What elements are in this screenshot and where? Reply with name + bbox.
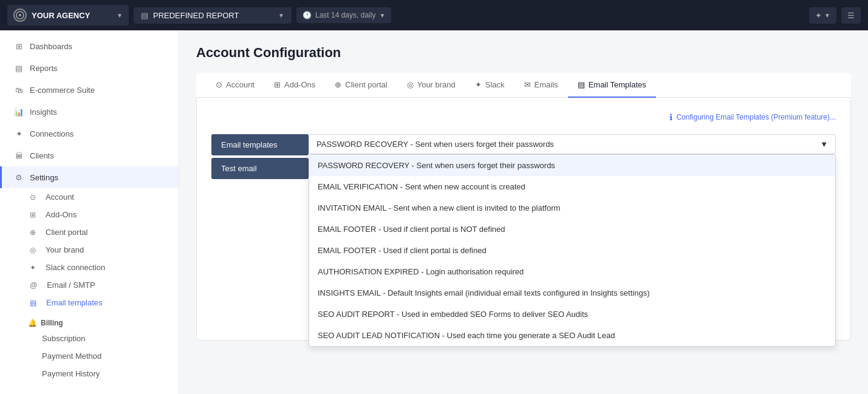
email-templates-button[interactable]: Email templates: [211, 134, 309, 155]
date-chevron-icon: ▼: [379, 12, 385, 19]
clock-icon: 🕐: [302, 11, 312, 19]
tab-addons[interactable]: ⊞ Add-Ons: [264, 73, 325, 98]
svg-point-1: [19, 14, 21, 16]
sidebar-sub-your-brand[interactable]: ◎ Your brand: [28, 241, 179, 259]
template-dropdown-value: PASSWORD RECOVERY - Sent when users forg…: [316, 140, 554, 149]
tab-slack[interactable]: ✦ Slack: [465, 73, 514, 98]
sidebar-sub-label-email-smtp: Email / SMTP: [47, 280, 95, 290]
sidebar-sub-label-subscription: Subscription: [42, 334, 86, 343]
addons-sub-icon: ⊞: [30, 211, 36, 219]
report-selector[interactable]: ▤ PREDEFINED REPORT ▼: [134, 7, 292, 24]
slack-sub-icon: ✦: [30, 263, 36, 272]
test-email-button[interactable]: Test email: [211, 158, 309, 179]
info-link-text: Configuring Email Templates (Premium fea…: [676, 113, 836, 121]
sidebar-sub-subscription[interactable]: Subscription: [28, 330, 179, 347]
template-dropdown-menu: PASSWORD RECOVERY - Sent when users forg…: [309, 154, 836, 347]
sidebar-nav: ⊞ Dashboards ▤ Reports 🛍 E-commerce Suit…: [0, 30, 179, 387]
sidebar-item-ecommerce[interactable]: 🛍 E-commerce Suite: [0, 79, 179, 101]
settings-submenu: ⊙ Account ⊞ Add-Ons ⊕ Client portal ◎ Yo…: [0, 188, 179, 382]
topbar: YOUR AGENCY ▼ ▤ PREDEFINED REPORT ▼ 🕐 La…: [0, 0, 868, 30]
sidebar-item-insights[interactable]: 📊 Insights: [0, 101, 179, 123]
dropdown-item-insights-email[interactable]: INSIGHTS EMAIL - Default Insights email …: [309, 282, 835, 304]
email-smtp-sub-icon: @: [30, 281, 37, 290]
tab-label-your-brand: Your brand: [417, 80, 456, 89]
addons-tab-icon: ⊞: [274, 80, 281, 89]
tab-label-account: Account: [226, 80, 255, 89]
tab-emails[interactable]: ✉ Emails: [514, 73, 568, 98]
email-templates-tab-icon: ▤: [578, 80, 585, 89]
gear-icon: ⚙: [14, 172, 24, 182]
sidebar-sub-client-portal[interactable]: ⊕ Client portal: [28, 223, 179, 241]
email-templates-sub-icon: ▤: [30, 299, 36, 307]
date-range-selector[interactable]: 🕐 Last 14 days, daily ▼: [296, 7, 391, 23]
sidebar-sub-label-payment-method: Payment Method: [42, 352, 101, 361]
client-portal-sub-icon: ⊕: [30, 228, 36, 237]
report-label: PREDEFINED REPORT: [153, 11, 239, 20]
sidebar-item-settings[interactable]: ⚙ Settings: [0, 166, 179, 188]
sidebar-sub-label-addons: Add-Ons: [46, 210, 77, 219]
sparkle-icon: ✦: [815, 11, 822, 20]
sidebar-sub-payment-history[interactable]: Payment History: [28, 365, 179, 382]
billing-section-header: 🔔 Billing: [28, 314, 179, 330]
client-portal-tab-icon: ⊕: [335, 80, 341, 89]
sidebar-sub-label-your-brand: Your brand: [46, 245, 84, 254]
hamburger-icon: ☰: [847, 11, 855, 20]
dropdown-item-email-verification[interactable]: EMAIL VERIFICATION - Sent when new accou…: [309, 176, 835, 197]
sidebar-sub-label-client-portal: Client portal: [46, 228, 87, 237]
template-dropdown-wrapper: PASSWORD RECOVERY - Sent when users forg…: [309, 134, 836, 154]
email-template-grid: Email templates Test email PASSWORD RECO…: [211, 134, 836, 180]
sidebar-sub-addons[interactable]: ⊞ Add-Ons: [28, 206, 179, 223]
tab-your-brand[interactable]: ◎ Your brand: [397, 73, 465, 98]
layout: ⊞ Dashboards ▤ Reports 🛍 E-commerce Suit…: [0, 30, 868, 394]
dropdown-item-email-footer-portal[interactable]: EMAIL FOOTER - Used if client portal is …: [309, 240, 835, 261]
tabs: ⊙ Account ⊞ Add-Ons ⊕ Client portal ◎ Yo…: [196, 73, 851, 98]
main-inner: Account Configuration ⊙ Account ⊞ Add-On…: [179, 30, 868, 355]
bag-icon: 🛍: [14, 85, 24, 95]
tab-email-templates[interactable]: ▤ Email Templates: [568, 73, 656, 98]
agency-icon: [13, 8, 27, 22]
dropdown-item-email-footer-no-portal[interactable]: EMAIL FOOTER - Used if client portal is …: [309, 219, 835, 240]
topbar-actions: ✦ ▼ ☰: [809, 7, 861, 24]
tab-label-slack: Slack: [485, 80, 505, 89]
sidebar-sub-label-payment-history: Payment History: [42, 369, 100, 378]
sidebar-item-reports[interactable]: ▤ Reports: [0, 57, 179, 79]
sidebar-item-clients[interactable]: 🏛 Clients: [0, 144, 179, 166]
info-icon: ℹ: [669, 112, 672, 122]
menu-button[interactable]: ☰: [841, 7, 861, 24]
sidebar-label-connections: Connections: [30, 129, 73, 138]
dropdown-item-seo-audit-lead[interactable]: SEO AUDIT LEAD NOTIFICATION - Used each …: [309, 325, 835, 346]
sidebar-sub-label-email-templates: Email templates: [46, 298, 102, 307]
tab-account[interactable]: ⊙ Account: [206, 73, 264, 98]
tab-label-email-templates: Email Templates: [589, 80, 646, 89]
page-title: Account Configuration: [196, 45, 851, 61]
dropdown-item-invitation[interactable]: INVITATION EMAIL - Sent when a new clien…: [309, 197, 835, 219]
sidebar-item-connections[interactable]: ✦ Connections: [0, 123, 179, 144]
tab-label-addons: Add-Ons: [284, 80, 315, 89]
sparkle-button[interactable]: ✦ ▼: [809, 7, 836, 24]
emails-tab-icon: ✉: [524, 80, 531, 89]
agency-chevron-icon: ▼: [117, 12, 123, 19]
dropdown-item-seo-audit-report[interactable]: SEO AUDIT REPORT - Used in embedded SEO …: [309, 304, 835, 325]
tab-label-emails: Emails: [535, 80, 558, 89]
sidebar-label-ecommerce: E-commerce Suite: [30, 86, 95, 95]
sidebar-sub-label-slack: Slack connection: [46, 263, 105, 272]
template-dropdown-trigger[interactable]: PASSWORD RECOVERY - Sent when users forg…: [309, 134, 836, 154]
agency-selector[interactable]: YOUR AGENCY ▼: [7, 5, 129, 25]
report-icon: ▤: [141, 11, 148, 20]
sidebar-sub-email-smtp[interactable]: @ Email / SMTP: [28, 276, 179, 294]
sidebar-sub-slack[interactable]: ✦ Slack connection: [28, 259, 179, 276]
email-template-form: PASSWORD RECOVERY - Sent when users forg…: [309, 134, 836, 180]
dropdown-item-pw-recovery[interactable]: PASSWORD RECOVERY - Sent when users forg…: [309, 155, 835, 176]
info-link[interactable]: ℹ Configuring Email Templates (Premium f…: [211, 112, 836, 122]
billing-label: Billing: [41, 319, 63, 327]
sidebar-sub-label-account: Account: [46, 192, 74, 202]
your-brand-tab-icon: ◎: [407, 80, 414, 89]
sidebar-item-dashboards[interactable]: ⊞ Dashboards: [0, 35, 179, 57]
billing-icon: 🔔: [28, 319, 37, 327]
sidebar-sub-account[interactable]: ⊙ Account: [28, 188, 179, 206]
sidebar-sub-email-templates[interactable]: ▤ Email templates: [28, 294, 179, 311]
tab-client-portal[interactable]: ⊕ Client portal: [325, 73, 397, 98]
dropdown-item-auth-expired[interactable]: AUTHORISATION EXPIRED - Login authorisat…: [309, 261, 835, 282]
link-icon: ✦: [14, 129, 24, 138]
sidebar-sub-payment-method[interactable]: Payment Method: [28, 347, 179, 365]
